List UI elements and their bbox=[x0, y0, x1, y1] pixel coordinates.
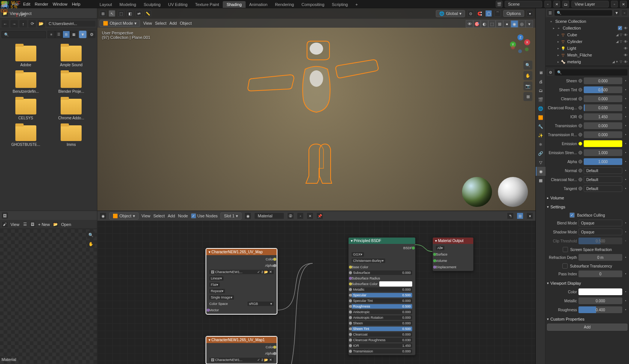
vp-select-tool-icon[interactable]: ◧ bbox=[127, 10, 133, 17]
tab-data-icon[interactable]: ▽ bbox=[536, 158, 546, 167]
workspace-tab-layout[interactable]: Layout bbox=[96, 1, 116, 8]
node-input-row[interactable]: Sheen Tint0.500 bbox=[350, 326, 413, 331]
section-custom-properties[interactable]: Custom Properties bbox=[547, 315, 628, 323]
ne-snap-icon[interactable]: ⊞ bbox=[517, 212, 523, 219]
vp-rendered-icon[interactable]: ◎ bbox=[518, 20, 526, 28]
tab-constraints-icon[interactable]: 🔗 bbox=[536, 149, 546, 158]
node-input-row[interactable]: Metallic0.000 bbox=[350, 287, 413, 292]
ie-editor-type-icon[interactable]: 🖼 bbox=[1, 212, 8, 219]
fb-forward-icon[interactable]: → bbox=[10, 20, 18, 28]
prop-keyframe-dot[interactable] bbox=[578, 79, 582, 83]
workspace-tab-animation[interactable]: Animation bbox=[246, 1, 271, 8]
tab-modifiers-icon[interactable]: 🔧 bbox=[536, 122, 546, 131]
fb-search-input[interactable] bbox=[1, 31, 46, 38]
viewlayer-delete-icon[interactable]: ✕ bbox=[620, 1, 627, 7]
folder-item[interactable]: Blender Proje... bbox=[49, 70, 94, 94]
tab-output-icon[interactable]: 🖨 bbox=[536, 77, 546, 86]
vp-gizmo-tool-icon[interactable]: ⇄ bbox=[136, 10, 142, 17]
prop-keyframe-dot[interactable] bbox=[578, 124, 582, 128]
ne-slot[interactable]: Slot 1 ▾ bbox=[221, 212, 241, 220]
add-button[interactable]: Add bbox=[547, 324, 628, 331]
prop-keyframe-dot[interactable] bbox=[578, 88, 582, 92]
vp-perspective-icon[interactable]: ⊞ bbox=[523, 92, 532, 101]
ne-use-nodes-check[interactable]: ✓ bbox=[191, 213, 196, 218]
vp-camera-icon[interactable]: 📷 bbox=[523, 82, 532, 91]
visibility-icon[interactable]: 👁 bbox=[624, 60, 628, 64]
shadow-mode-drop[interactable]: Opaque bbox=[578, 229, 622, 235]
fb-view-grid-icon[interactable]: ⊞ bbox=[63, 31, 70, 38]
fb-filter-icon[interactable]: ▼ bbox=[79, 31, 86, 38]
vp-visibility-icon[interactable]: 👁 bbox=[466, 20, 473, 28]
workspace-tab-scripting[interactable]: Scripting bbox=[328, 1, 352, 8]
node-input-row[interactable]: Specular0.500 bbox=[350, 292, 413, 298]
folder-item[interactable]: Imms bbox=[49, 123, 94, 147]
node-material-output[interactable]: ▾ Material Output All▾ Surface Volume Di… bbox=[432, 237, 474, 271]
workspace-tab-modeling[interactable]: Modeling bbox=[116, 1, 140, 8]
menu-edit[interactable]: Edit bbox=[23, 2, 30, 6]
sss-trans-check[interactable] bbox=[562, 263, 568, 269]
ie-zoom-icon[interactable]: 🔍 bbox=[87, 231, 95, 239]
prop-dropdown[interactable]: Default bbox=[584, 176, 622, 183]
node-input-row[interactable]: IOR1.450 bbox=[350, 343, 413, 348]
vp-measure-icon[interactable]: 📏 bbox=[145, 10, 151, 17]
section-volume[interactable]: Volume bbox=[547, 194, 628, 202]
viewlayer-new-icon[interactable]: ▫ bbox=[611, 1, 618, 7]
vp-color[interactable] bbox=[578, 288, 622, 295]
vp-snap-icon[interactable]: 🧲 bbox=[476, 10, 483, 17]
refr-depth[interactable]: 0 m bbox=[578, 254, 622, 261]
vp-editor-type-icon[interactable]: ⊞ bbox=[100, 10, 106, 17]
fb-up-icon[interactable]: ↑ bbox=[19, 20, 27, 28]
vp-pivot-icon[interactable]: ⊙ bbox=[467, 10, 474, 17]
outliner-row[interactable]: ▸▫Collection ✓👁 bbox=[546, 25, 629, 31]
ie-new[interactable]: + New bbox=[38, 222, 50, 227]
vp-mode[interactable]: 🟧 Object Mode ▾ bbox=[100, 20, 140, 27]
ie-open-label[interactable]: Open bbox=[61, 222, 71, 227]
vp-roughness[interactable]: 0.400 bbox=[578, 306, 622, 313]
fb-back-icon[interactable]: ← bbox=[1, 20, 9, 28]
props-type-icon[interactable]: ⚙ bbox=[547, 69, 554, 76]
ne-mat-toggle-icon[interactable]: ⦿ bbox=[287, 212, 294, 219]
ie-mode-icon[interactable]: 🖌 bbox=[1, 221, 8, 228]
workspace-tab-texture-paint[interactable]: Texture Paint bbox=[191, 1, 223, 8]
prop-color-swatch[interactable] bbox=[584, 140, 622, 147]
node-input-row[interactable]: Subsurface0.000 bbox=[350, 270, 413, 275]
fb-view-list-icon[interactable]: ≡ bbox=[48, 31, 55, 38]
prop-keyframe-dot[interactable] bbox=[578, 142, 582, 146]
character-mesh[interactable] bbox=[230, 34, 402, 206]
folder-item[interactable]: Benutzerdefin... bbox=[4, 70, 48, 94]
vp-shading-opts-icon[interactable]: ▾ bbox=[526, 20, 533, 28]
vp-options[interactable]: Options bbox=[503, 10, 524, 17]
outliner-filter-icon[interactable]: ▼ bbox=[613, 9, 620, 16]
node-input-row[interactable]: Anisotropic Rotation0.000 bbox=[350, 315, 413, 320]
node-input-row[interactable]: Transmission0.000 bbox=[350, 348, 413, 354]
workspace-tab-rendering[interactable]: Rendering bbox=[271, 1, 298, 8]
tab-scene-icon[interactable]: 🎬 bbox=[536, 95, 546, 104]
node-input-row[interactable]: Subsurface Radius bbox=[350, 275, 413, 281]
ne-mat-browse-icon[interactable]: ◉ bbox=[244, 212, 251, 219]
fb-view[interactable]: View bbox=[10, 11, 19, 16]
ne-view[interactable]: View bbox=[142, 214, 151, 218]
prop-keyframe-dot[interactable] bbox=[578, 160, 582, 163]
fb-path[interactable]: C:\Users\kevin\... bbox=[46, 21, 95, 27]
prop-keyframe-dot[interactable] bbox=[578, 106, 582, 110]
prop-slider[interactable]: 0.000 bbox=[584, 122, 622, 129]
prop-keyframe-dot[interactable] bbox=[578, 115, 582, 119]
node-input-row[interactable]: Sheen0.000 bbox=[350, 320, 413, 326]
node-input-row[interactable]: Clearcoat0.000 bbox=[350, 331, 413, 337]
vp-overlays-icon[interactable]: ◐ bbox=[481, 20, 488, 28]
pass-index[interactable]: 0 bbox=[578, 270, 622, 277]
prop-keyframe-dot[interactable] bbox=[578, 133, 582, 137]
menu-window[interactable]: Window bbox=[53, 2, 67, 6]
tab-material-icon[interactable]: ◉ bbox=[536, 167, 546, 176]
ssr-check[interactable] bbox=[563, 247, 568, 252]
vp-view[interactable]: View bbox=[143, 21, 152, 25]
outliner-new-coll-icon[interactable]: ▫ bbox=[621, 9, 628, 16]
outliner-row[interactable]: ▫Scene Collection bbox=[546, 18, 629, 25]
visibility-icon[interactable]: 👁 bbox=[624, 26, 628, 30]
vp-nav-gizmo[interactable]: Z X Y bbox=[510, 34, 531, 55]
ne-parent-icon[interactable]: ↰ bbox=[507, 212, 514, 219]
outliner-search-input[interactable] bbox=[554, 10, 612, 16]
tab-render-icon[interactable]: 🖥 bbox=[536, 68, 546, 77]
vp-select[interactable]: Select bbox=[155, 21, 167, 25]
vp-gizmos-icon[interactable]: 🎯 bbox=[473, 20, 481, 28]
